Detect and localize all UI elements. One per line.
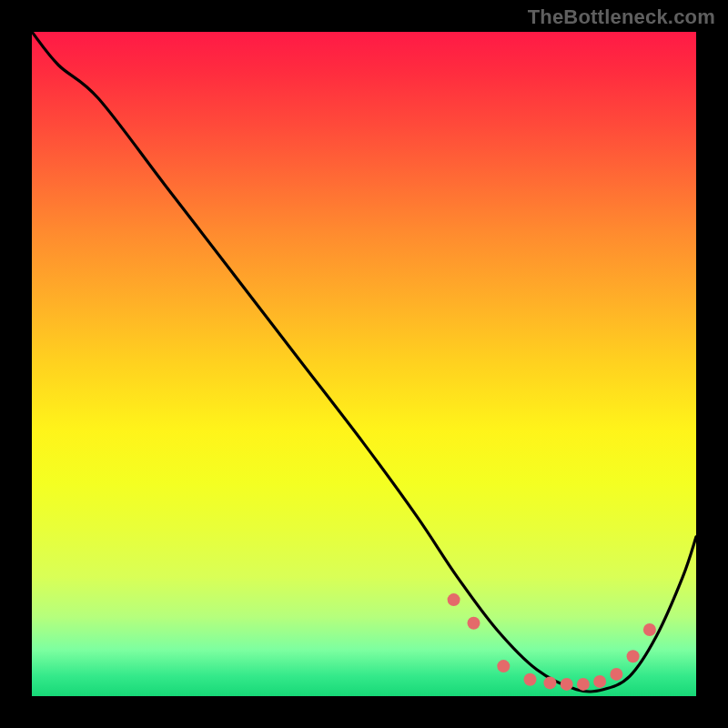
marker-dot bbox=[643, 623, 656, 636]
marker-dot bbox=[543, 676, 556, 689]
marker-dot bbox=[593, 675, 606, 688]
marker-dot bbox=[610, 668, 622, 681]
marker-dot bbox=[524, 673, 537, 686]
marker-dot bbox=[627, 650, 640, 662]
plot-area bbox=[32, 32, 696, 696]
curve-layer bbox=[32, 32, 696, 696]
watermark-text: TheBottleneck.com bbox=[528, 5, 715, 29]
marker-dot bbox=[577, 678, 590, 691]
marker-dot bbox=[448, 593, 460, 606]
marker-dot bbox=[561, 678, 573, 691]
marker-dot bbox=[497, 660, 510, 672]
chart-stage: TheBottleneck.com bbox=[0, 0, 728, 728]
bottleneck-curve bbox=[32, 32, 696, 692]
marker-dot bbox=[468, 617, 480, 630]
